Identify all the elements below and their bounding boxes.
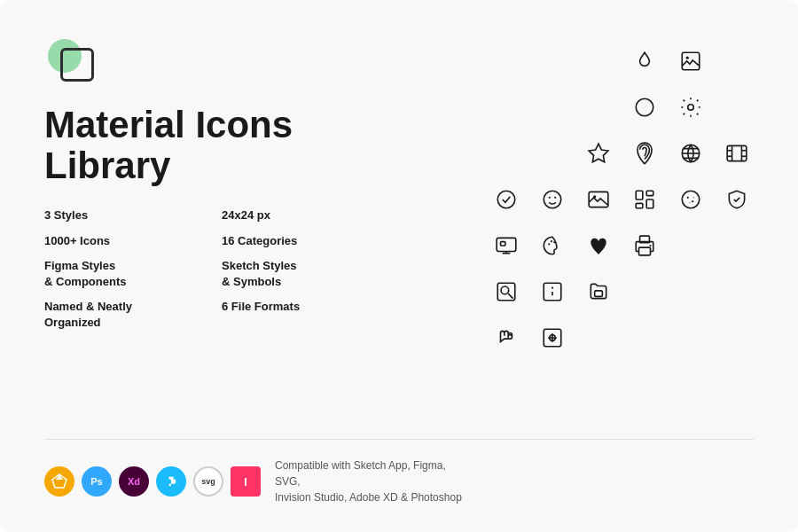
svg-rect-43 (595, 291, 603, 297)
app-icons-row: Ps Xd svg I (44, 466, 261, 497)
svg-point-1 (686, 57, 689, 59)
opacity-icon (628, 44, 661, 78)
settings-icon (674, 90, 708, 124)
bottom-bar: Ps Xd svg I Compatible with Sketch App, … (44, 439, 754, 505)
svg-rect-22 (636, 203, 643, 207)
palette-icon (536, 229, 569, 262)
spec-item-3: 1000+ Icons (44, 233, 204, 249)
sketch-icon (44, 466, 74, 497)
search-icon (489, 275, 523, 309)
svg-point-25 (687, 197, 689, 199)
svg-point-16 (549, 197, 551, 199)
folder-icon (582, 275, 615, 309)
svg-point-2 (636, 98, 653, 116)
shield-check-icon (720, 183, 754, 216)
landscape-icon (582, 183, 615, 216)
brightness-icon (536, 321, 569, 355)
ps-icon: Ps (82, 466, 112, 497)
main-container: Material Icons Library 3 Styles 24x24 px… (0, 0, 798, 532)
svg-marker-5 (589, 144, 608, 162)
fingerprint-icon (628, 137, 661, 170)
svg-badge: svg (193, 466, 223, 497)
svg-rect-30 (501, 242, 505, 246)
globe-icon (674, 137, 708, 170)
svg-rect-20 (636, 191, 643, 200)
svg-point-31 (548, 243, 550, 245)
svg-point-15 (544, 191, 561, 208)
specs-grid: 3 Styles 24x24 px 1000+ Icons 16 Categor… (44, 207, 381, 331)
svg-marker-3 (641, 104, 649, 112)
icons-grid (489, 44, 754, 355)
spec-label-3: 1000+ Icons (44, 233, 204, 249)
svg-point-14 (497, 191, 515, 208)
spec-label-5: Figma Styles& Components (44, 258, 204, 290)
svg-point-33 (553, 241, 555, 243)
svg-point-26 (692, 200, 693, 202)
spec-label-2: 24x24 px (222, 207, 381, 223)
film-icon (720, 137, 754, 170)
svg-rect-34 (639, 247, 651, 255)
svg-line-39 (508, 293, 512, 298)
print-icon (628, 229, 661, 262)
spec-item-5: Figma Styles& Components (44, 258, 204, 290)
svg-point-17 (554, 197, 556, 199)
logo-area (44, 35, 106, 89)
svg-rect-21 (646, 191, 653, 195)
image-icon (674, 44, 708, 78)
hand-icon (489, 321, 523, 355)
cookie-icon (674, 183, 708, 216)
svg-point-32 (551, 240, 552, 242)
spec-item-8: 6 File Formats (222, 299, 381, 331)
dashboard-icon (628, 183, 661, 216)
face-icon (536, 183, 569, 216)
svg-point-38 (501, 286, 509, 294)
page-title: Material Icons Library (44, 105, 381, 186)
heart-icon (582, 229, 615, 262)
logo-front-square (60, 48, 94, 82)
spec-item-2: 24x24 px (222, 207, 381, 223)
xd-icon: Xd (119, 466, 149, 497)
star-icon (582, 137, 615, 170)
main-content: Material Icons Library 3 Styles 24x24 px… (44, 35, 754, 439)
left-panel: Material Icons Library 3 Styles 24x24 px… (44, 35, 381, 439)
spec-item-6: Sketch Styles& Symbols (222, 258, 381, 290)
compat-text: Compatible with Sketch App, Figma, SVG,I… (275, 458, 470, 505)
svg-rect-7 (727, 145, 747, 160)
spec-label-1: 3 Styles (44, 207, 204, 223)
spec-item-4: 16 Categories (222, 233, 381, 249)
svg-rect-0 (682, 52, 700, 70)
spec-label-7: Named & NeatlyOrganized (44, 299, 204, 331)
svg-point-28 (693, 197, 694, 198)
svg-rect-23 (646, 200, 653, 208)
invision-icon: I (231, 466, 261, 497)
svg-point-36 (649, 245, 651, 246)
svg-point-19 (593, 195, 596, 198)
spec-label-4: 16 Categories (222, 233, 381, 249)
spec-item-1: 3 Styles (44, 207, 204, 223)
svg-point-4 (688, 105, 694, 111)
check-circle-icon (489, 183, 523, 216)
spec-label-6: Sketch Styles& Symbols (222, 258, 381, 290)
spec-item-7: Named & NeatlyOrganized (44, 299, 204, 331)
monitor-icon (489, 229, 523, 262)
svg-rect-29 (497, 238, 516, 251)
compass-icon (628, 90, 661, 124)
right-panel (381, 35, 754, 439)
figma-icon (156, 466, 186, 497)
info-icon (536, 275, 569, 309)
spec-label-8: 6 File Formats (222, 299, 381, 315)
svg-point-24 (682, 191, 700, 208)
svg-point-27 (689, 202, 690, 203)
